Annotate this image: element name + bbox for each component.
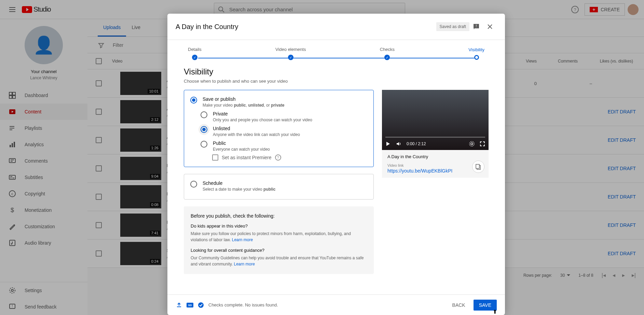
copy-link-button[interactable] (472, 161, 484, 173)
video-link[interactable]: https://youtu.be/WupEKBlGkPI (387, 168, 483, 174)
save-publish-card: Save or publish Make your video public, … (184, 90, 374, 167)
hd-icon: SD (187, 302, 193, 309)
save-button[interactable]: SAVE (474, 300, 497, 311)
radio-private[interactable] (201, 111, 207, 118)
svg-text:SD: SD (188, 304, 192, 307)
settings-gear-icon[interactable] (469, 141, 475, 147)
schedule-card: ScheduleSelect a date to make your video… (184, 174, 374, 200)
back-button[interactable]: BACK (447, 300, 471, 311)
fullscreen-icon[interactable] (480, 141, 485, 147)
radio-public[interactable] (201, 141, 207, 148)
preview-meta: A Day in the Country Video link https://… (382, 150, 489, 178)
upload-modal: A Day in the Country Saved as draft ! De… (167, 14, 505, 315)
svg-point-31 (198, 302, 204, 308)
stepper: Details✓ Video elements✓ Checks✓ Visibil… (167, 40, 505, 60)
radio-schedule[interactable] (190, 181, 197, 188)
modal-header: A Day in the Country Saved as draft ! (167, 14, 505, 40)
close-button[interactable] (483, 20, 497, 33)
svg-point-26 (469, 141, 474, 146)
play-icon[interactable] (385, 141, 391, 147)
visibility-heading: Visibility (184, 67, 489, 77)
video-preview-player[interactable]: 0:00 / 2:12 (382, 90, 489, 150)
feedback-button[interactable]: ! (469, 20, 483, 33)
checks-status: Checks complete. No issues found. (208, 302, 278, 307)
draft-badge: Saved as draft (436, 22, 469, 31)
modal-title: A Day in the Country (176, 23, 436, 31)
volume-icon[interactable] (396, 141, 402, 147)
upload-complete-icon (176, 302, 182, 309)
step-elements[interactable]: Video elements✓ (275, 47, 306, 60)
learn-more-guidelines[interactable]: Learn more (234, 262, 255, 266)
svg-point-25 (471, 143, 473, 145)
check-circle-icon (197, 302, 204, 309)
step-details[interactable]: Details✓ (188, 47, 202, 60)
svg-rect-28 (476, 164, 479, 168)
radio-unlisted[interactable] (201, 126, 207, 133)
visibility-subheading: Choose when to publish and who can see y… (184, 79, 489, 84)
premiere-checkbox[interactable] (212, 154, 218, 161)
step-visibility[interactable]: Visibility (468, 47, 484, 60)
svg-text:!: ! (476, 24, 477, 28)
modal-footer: SD Checks complete. No issues found. BAC… (167, 295, 505, 315)
premiere-help-icon[interactable]: ? (275, 154, 281, 161)
before-publish-card: Before you publish, check the following:… (184, 206, 374, 274)
radio-save-publish[interactable] (190, 97, 197, 104)
step-checks[interactable]: Checks✓ (380, 47, 395, 60)
learn-more-kids[interactable]: Learn more (232, 237, 253, 242)
player-time: 0:00 / 2:12 (407, 141, 426, 146)
